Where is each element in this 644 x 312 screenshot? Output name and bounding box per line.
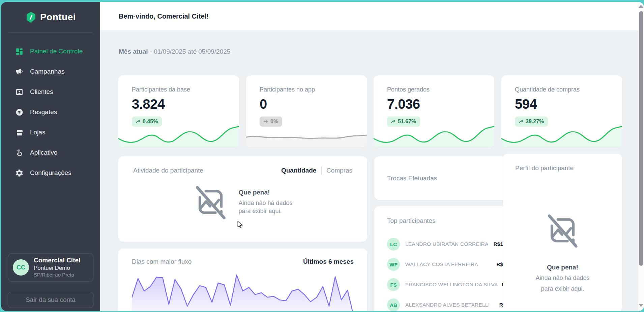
stat-value: 0: [260, 97, 353, 112]
stat-value: 7.036: [387, 97, 481, 112]
participant-avatar: FS: [387, 278, 400, 291]
account-name: Comercial Citel: [34, 257, 80, 264]
gear-icon: [15, 168, 24, 177]
sidebar-item-configuracoes[interactable]: Configurações: [1, 163, 100, 183]
sidebar-item-lojas[interactable]: Lojas: [1, 122, 100, 142]
sidebar-divider: [8, 32, 93, 33]
stat-title: Quantidade de compras: [515, 86, 609, 93]
store-icon: [15, 128, 24, 137]
flow-range-label: Últimos 6 meses: [303, 258, 354, 265]
account-plan: Pontuei Demo: [34, 264, 80, 271]
dashboard-icon: [15, 47, 24, 56]
stat-title: Participantes no app: [260, 86, 353, 93]
sparkline-green: [501, 123, 622, 148]
contact-card-icon: [15, 87, 24, 96]
exchange-icon: [15, 108, 24, 116]
flow-line-chart: [132, 269, 354, 311]
stat-card-participantes-app: Participantes no app 0 0%: [246, 75, 367, 148]
participant-avatar: WF: [387, 258, 400, 271]
participant-name: FRANCISCO WELLINGTON DA SILVA: [405, 282, 498, 288]
sidebar-item-label: Campanhas: [30, 68, 64, 75]
profile-card: Perfil do participante Que pena! Ainda n…: [503, 154, 622, 311]
flow-title: Dias com maior fluxo: [132, 258, 192, 265]
no-data-icon: [193, 183, 228, 220]
scrollbar: [638, 2, 644, 311]
list-item[interactable]: LC LEANDRO UBIRATAN CORREIRA R$1: [387, 234, 503, 254]
participant-avatar: AB: [387, 298, 400, 311]
activity-card: Atividade do participante Quantidade Com…: [118, 156, 367, 242]
sidebar-item-label: Aplicativo: [30, 149, 57, 156]
account-location: SP/Ribeirão Preto: [34, 271, 80, 278]
exchanges-title: Trocas Efetuadas: [387, 175, 437, 182]
empty-state-line: Ainda não há dados: [238, 199, 292, 207]
participant-name: LEANDRO UBIRATAN CORREIRA: [405, 241, 490, 247]
top-bar: Bem-vindo, Comercial Citel!: [100, 2, 638, 30]
sparkline-gray: [246, 123, 367, 148]
sidebar-item-label: Lojas: [30, 129, 45, 136]
activity-title: Atividade do participante: [133, 167, 203, 174]
stat-title: Pontos gerados: [387, 86, 481, 93]
main-area: Bem-vindo, Comercial Citel! Mês atual- 0…: [100, 2, 638, 311]
scrollbar-down-arrow-icon[interactable]: [639, 304, 643, 307]
empty-state-line: para exibir aqui.: [238, 207, 292, 215]
period-label: Mês atual: [119, 48, 148, 55]
top-participants-list: LC LEANDRO UBIRATAN CORREIRA R$1 WF WALL…: [387, 234, 503, 311]
participant-name: ALEXSANDRO ALVES BETARELLI: [405, 302, 495, 308]
participant-amount: R: [499, 302, 503, 308]
stat-value: 3.824: [132, 97, 226, 112]
empty-state-line: Ainda não há dados: [535, 274, 589, 282]
stat-card-quantidade-compras: Quantidade de compras 594 39.27%: [501, 75, 622, 148]
touch-icon: [15, 148, 24, 157]
sidebar-item-label: Configurações: [30, 169, 71, 177]
sidebar-item-aplicativo[interactable]: Aplicativo: [1, 142, 100, 163]
stat-value: 594: [515, 97, 609, 112]
stat-card-participantes-base: Participantes da base 3.824 0.45%: [118, 75, 239, 148]
logo: Pontuei: [1, 2, 100, 32]
sidebar-item-campanhas[interactable]: Campanhas: [1, 61, 100, 82]
participant-avatar: LC: [387, 238, 400, 251]
pontuei-logo-icon: [25, 11, 37, 23]
sparkline-green: [118, 123, 239, 148]
sparkline-green: [374, 123, 494, 148]
account-avatar: CC: [13, 259, 29, 276]
sidebar-nav: Painel de Controle Campanhas: [1, 41, 100, 183]
participant-name: WALLACY COSTA FERREIRA: [405, 261, 492, 267]
logout-button[interactable]: Sair da sua conta: [8, 292, 93, 308]
empty-state-line: para exibir aqui.: [535, 285, 589, 293]
megaphone-icon: [15, 67, 24, 76]
account-card: CC Comercial Citel Pontuei Demo SP/Ribei…: [8, 253, 93, 282]
app-shell: Pontuei Painel de Controle: [1, 2, 644, 311]
sidebar-item-label: Clientes: [30, 88, 53, 96]
list-item[interactable]: WF WALLACY COSTA FERREIRA R$: [387, 254, 503, 275]
no-data-icon: [545, 212, 580, 249]
scrollbar-up-arrow-icon[interactable]: [639, 5, 643, 8]
activity-tabs: Quantidade Compras: [281, 166, 352, 175]
profile-title: Perfil do participante: [515, 164, 610, 172]
participant-amount: R$: [496, 261, 503, 267]
empty-state-title: Que pena!: [547, 264, 578, 271]
list-item[interactable]: AB ALEXSANDRO ALVES BETARELLI R: [387, 295, 503, 311]
sidebar: Pontuei Painel de Controle: [1, 2, 100, 311]
sidebar-item-label: Painel de Controle: [30, 48, 83, 55]
tab-quantidade[interactable]: Quantidade: [281, 167, 317, 174]
welcome-title: Bem-vindo, Comercial Citel!: [119, 12, 209, 20]
sidebar-item-label: Resgates: [30, 108, 57, 116]
period-range: - 01/09/2025 até 05/09/2025: [150, 48, 231, 55]
period-line: Mês atual- 01/09/2025 até 05/09/2025: [119, 48, 230, 55]
scrollbar-thumb[interactable]: [639, 11, 643, 266]
sidebar-item-clientes[interactable]: Clientes: [1, 82, 100, 102]
stat-card-pontos-gerados: Pontos gerados 7.036 51.67%: [374, 75, 494, 148]
sidebar-item-resgates[interactable]: Resgates: [1, 102, 100, 122]
tab-separator: [321, 166, 322, 175]
flow-card: Dias com maior fluxo Últimos 6 meses: [118, 249, 367, 311]
sidebar-item-painel-de-controle[interactable]: Painel de Controle: [1, 41, 100, 61]
empty-state-title: Que pena!: [238, 189, 292, 196]
stat-title: Participantes da base: [132, 86, 226, 93]
tab-compras[interactable]: Compras: [326, 167, 352, 174]
logo-text: Pontuei: [40, 12, 76, 23]
participant-amount: R$1: [494, 241, 503, 247]
list-item[interactable]: FS FRANCISCO WELLINGTON DA SILVA R$: [387, 275, 503, 295]
